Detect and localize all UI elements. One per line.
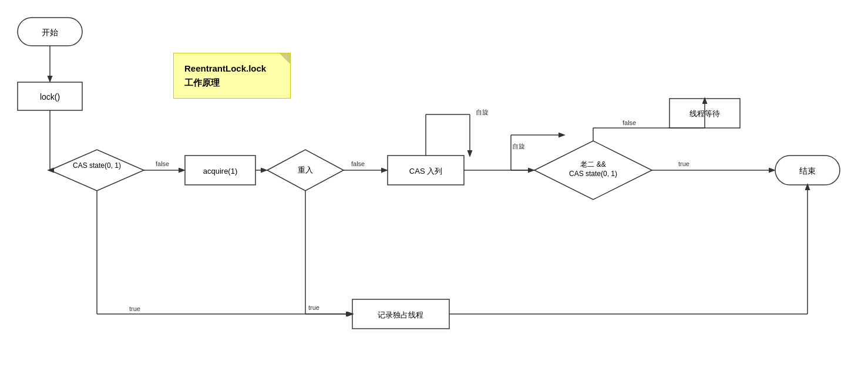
flowchart-canvas: ReentrantLock.lock工作原理 开始 lock() CAS sta… — [0, 0, 868, 368]
note-line2: 工作原理 — [184, 76, 280, 90]
start-label: 开始 — [42, 28, 58, 37]
edge-cas-true-label: true — [129, 305, 140, 312]
edge-laoer-spin-label: 自旋 — [512, 143, 525, 150]
acquire-label: acquire(1) — [203, 167, 238, 175]
sticky-note-overlay: ReentrantLock.lock 工作原理 — [173, 53, 291, 99]
flowchart-svg: 开始 lock() CAS state(0, 1) acquire(1) 重入 … — [0, 0, 868, 368]
end-label: 结束 — [799, 166, 816, 175]
note-line1: ReentrantLock.lock — [184, 62, 280, 76]
cas-state-node — [50, 150, 144, 191]
edge-cas-acquire-label: false — [156, 160, 169, 167]
edge-reenter-casenq-label: false — [351, 160, 365, 167]
cas-enqueue-label: CAS 入列 — [409, 167, 442, 175]
edge-reenter-true-label: true — [308, 304, 319, 311]
edge-laoer-end-label: true — [678, 160, 689, 167]
cas-state-label: CAS state(0, 1) — [73, 161, 121, 170]
reenter-label: 重入 — [298, 166, 313, 174]
laoer-label1: 老二 && — [580, 160, 605, 168]
record-label: 记录独占线程 — [378, 310, 423, 319]
edge-spin-label: 自旋 — [476, 109, 489, 116]
lock-label: lock() — [40, 92, 60, 102]
edge-laoer-tw-label: false — [623, 119, 636, 126]
laoer-label2: CAS state(0, 1) — [569, 170, 617, 178]
